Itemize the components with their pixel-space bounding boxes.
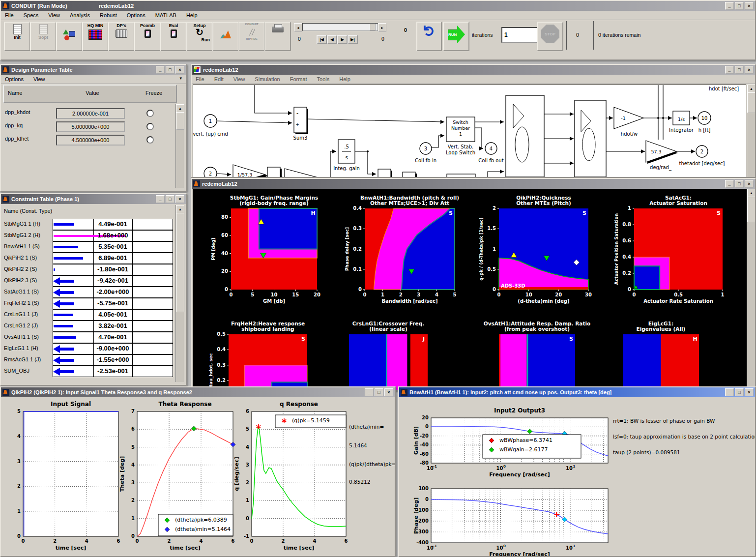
slider-right-icon[interactable]: ► (378, 23, 386, 32)
eval-button[interactable]: Eval (160, 22, 187, 51)
main-titlebar[interactable]: CONDUIT (Run Mode) rcdemoLab12 _ □ × (1, 1, 755, 11)
maximize-icon[interactable]: □ (375, 388, 383, 396)
last-iteration-button[interactable]: ▶| (348, 35, 358, 44)
minimize-icon[interactable]: _ (725, 66, 734, 74)
constraint-titlebar[interactable]: Constraint Table (Phase 1) _ □ × (1, 194, 186, 204)
menu-matlab[interactable]: MATLAB (155, 12, 176, 18)
svg-text:hdot/w: hdot/w (621, 131, 638, 137)
matlab-button[interactable] (212, 22, 239, 51)
prev-iteration-button[interactable]: ◀ (327, 35, 337, 44)
minimize-icon[interactable]: _ (156, 66, 165, 74)
param-menu-expand-icon[interactable]: ▾ (179, 76, 182, 81)
menu-specs[interactable]: Specs (24, 12, 39, 18)
sim-menu-format[interactable]: Format (290, 76, 307, 82)
constraint-row[interactable]: QikPiH2 3 (S)-9.42e-001 (1, 275, 176, 287)
printer-button[interactable] (264, 22, 291, 51)
constraint-row[interactable]: StbMgG1 2 (H)1.68e+000 (1, 230, 176, 241)
sim-menu-edit[interactable]: Edit (214, 76, 224, 82)
maximize-icon[interactable]: □ (735, 180, 744, 188)
first-iteration-button[interactable]: |◀ (317, 35, 327, 44)
constraint-row[interactable]: StbMgG1 1 (H)4.49e-001 (1, 219, 176, 230)
param-value-field[interactable]: 4.500000e+000 (56, 135, 125, 146)
freeze-radio[interactable] (146, 123, 154, 130)
hq-min-button[interactable]: HQ MIN (82, 22, 109, 51)
constraint-row[interactable]: FrqHeH2 1 (S)-5.75e-001 (1, 298, 176, 309)
constraint-row[interactable]: CrsLnG1 2 (J)3.82e-001 (1, 321, 176, 332)
close-icon[interactable]: × (745, 388, 754, 396)
conduit-button[interactable]: CONDUITRIPTIDE (238, 22, 265, 51)
menu-robust[interactable]: Robust (100, 12, 117, 18)
sim-menu-file[interactable]: File (196, 76, 204, 82)
sim-menu-simulation[interactable]: Simulation (255, 76, 280, 82)
svg-text:Switch: Switch (453, 119, 468, 125)
freeze-radio[interactable] (146, 136, 154, 144)
dp-s-button[interactable]: DP's (108, 22, 135, 51)
constraint-row[interactable]: RmsAcG1 1 (J)-1.55e+000 (1, 354, 176, 366)
menu-file[interactable]: File (5, 12, 14, 18)
freeze-radio[interactable] (146, 110, 154, 117)
minimize-icon[interactable]: _ (365, 388, 374, 396)
run-button[interactable]: RUN (443, 22, 469, 51)
plots-titlebar[interactable]: rcdemoLab12 _ □ × (192, 179, 755, 189)
constraint-row[interactable]: EigLcG1 1 (H)-9.00e+000 (1, 343, 176, 354)
iteration-slider[interactable]: ◄► (294, 23, 386, 32)
constraint-row[interactable]: OvsAtH1 1 (S)4.70e-001 (1, 332, 176, 343)
constraint-row[interactable]: QikPiH2 1 (S)6.89e-001 (1, 253, 176, 264)
close-icon[interactable]: × (175, 195, 184, 203)
minimize-icon[interactable]: _ (725, 2, 734, 10)
param-scrollbar[interactable]: ▲ (175, 104, 184, 188)
maximize-icon[interactable]: □ (735, 2, 744, 10)
constraint-bar (54, 325, 73, 327)
constraint-row[interactable]: BnwAtH1 1 (S)5.35e-001 (1, 241, 176, 253)
close-icon[interactable]: × (175, 66, 184, 74)
close-icon[interactable]: × (384, 388, 393, 396)
slider-left-icon[interactable]: ◄ (294, 23, 302, 32)
constraint-row[interactable]: SUM_OBJ-2.53e-001 (1, 366, 176, 377)
param-value-field[interactable]: 2.000000e-001 (56, 108, 125, 119)
plots-scrollbar[interactable]: ▲ (747, 189, 755, 390)
close-icon[interactable]: × (745, 2, 754, 10)
iterations-input[interactable] (501, 27, 538, 43)
close-icon[interactable]: × (745, 180, 754, 188)
menu-help[interactable]: Help (186, 12, 198, 18)
param-titlebar[interactable]: Design Parameter Table _ □ × (1, 65, 186, 75)
init-button[interactable]: Init (4, 22, 30, 51)
sim-menu-view[interactable]: View (233, 76, 245, 82)
close-icon[interactable]: × (745, 66, 754, 74)
param-value-field[interactable]: 5.000000e+000 (56, 121, 125, 132)
menu-options[interactable]: Options (127, 12, 145, 18)
maximize-icon[interactable]: □ (166, 66, 174, 74)
maximize-icon[interactable]: □ (735, 66, 744, 74)
constraint-scrollbar[interactable]: ▲ (175, 205, 184, 382)
param-menubar: OptionsView (1, 75, 186, 84)
maximize-icon[interactable]: □ (735, 388, 744, 396)
param-menu-view[interactable]: View (33, 76, 45, 82)
minimize-icon[interactable]: _ (725, 180, 734, 188)
svg-text:time [sec]: time [sec] (170, 545, 200, 551)
qik-titlebar[interactable]: QikPiH2 (QikPiH2 1): Input Signal1 Theta… (1, 387, 395, 397)
param-menu-options[interactable]: Options (5, 76, 24, 82)
sopt-button[interactable]: Sopt (30, 22, 57, 51)
minimize-icon[interactable]: _ (725, 388, 734, 396)
pcomb-button[interactable]: Pcomb (134, 22, 161, 51)
simulink-canvas[interactable]: -+Sum3SwitchNumber1Vert. Stab.Loop Switc… (193, 85, 746, 177)
constraint-row[interactable]: SatAcG1 1 (S)-2.00e+000 (1, 287, 176, 298)
simulink-scrollbar[interactable]: ▲ (747, 85, 755, 177)
shapes-button[interactable] (56, 22, 83, 51)
minimize-icon[interactable]: _ (156, 195, 165, 203)
maximize-icon[interactable]: □ (166, 195, 174, 203)
stop-button[interactable]: STOP (537, 22, 563, 51)
menu-analysis[interactable]: Analysis (70, 12, 90, 18)
constraint-row[interactable]: QikPiH2 2 (S)-1.80e-001 (1, 264, 176, 275)
next-iteration-button[interactable]: ▶ (337, 35, 348, 44)
menu-view[interactable]: View (48, 12, 60, 18)
simulink-titlebar[interactable]: rcdemoLab12 _ □ × (192, 65, 755, 75)
setup-button[interactable]: Setup↻Run (186, 22, 213, 51)
constraint-value: -2.53e-001 (93, 367, 132, 375)
sim-menu-help[interactable]: Help (339, 76, 350, 82)
undo-button[interactable]: ↺ (416, 22, 442, 51)
sim-menu-tools[interactable]: Tools (317, 76, 330, 82)
bnw-titlebar[interactable]: BnwAtH1 (BnwAtH1 1): Input2: pitch att c… (399, 387, 755, 397)
slider-thumb[interactable] (370, 24, 376, 30)
constraint-row[interactable]: CrsLnG1 1 (J)4.05e-001 (1, 309, 176, 321)
